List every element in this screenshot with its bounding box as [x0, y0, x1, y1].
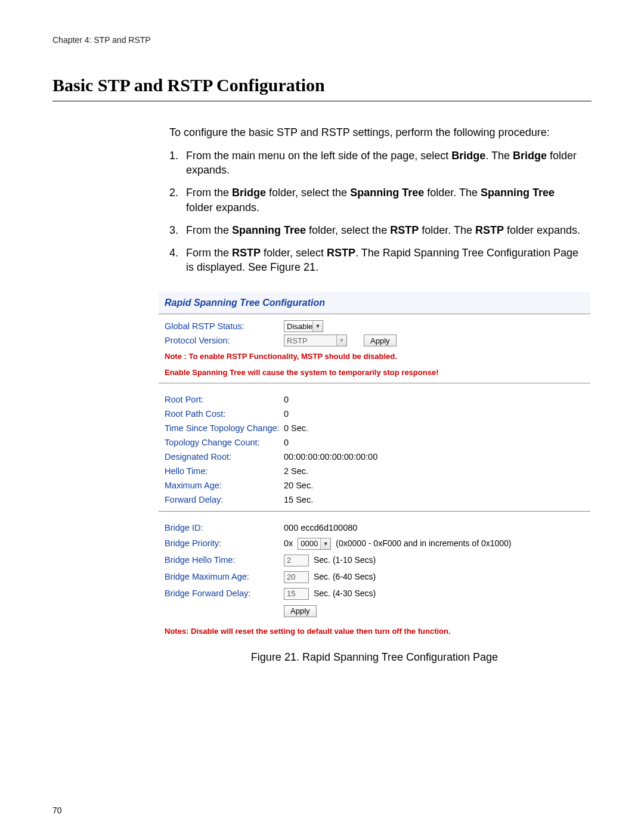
stat-label: Time Since Topology Change:: [165, 423, 284, 435]
chevron-down-icon: ▼: [312, 321, 323, 332]
stat-value: 20 Sec.: [284, 480, 584, 492]
bridge-maxage-label: Bridge Maximum Age:: [165, 571, 284, 583]
apply-button[interactable]: Apply: [284, 605, 317, 617]
intro-paragraph: To configure the basic STP and RSTP sett…: [169, 125, 581, 140]
bottom-note: Notes: Disable will reset the setting to…: [159, 624, 590, 639]
list-item: 2. From the Bridge folder, select the Sp…: [169, 185, 581, 215]
stat-label: Maximum Age:: [165, 480, 284, 492]
bridge-fwd-label: Bridge Forward Delay:: [165, 588, 284, 600]
list-number: 4.: [169, 246, 186, 275]
page-heading: Basic STP and RSTP Configuration: [52, 73, 592, 102]
stat-label: Hello Time:: [165, 466, 284, 478]
bridge-priority-select[interactable]: 0000 ▼: [298, 538, 331, 550]
list-body: From the Spanning Tree folder, select th…: [186, 223, 581, 237]
stat-value: 0: [284, 408, 584, 420]
bridge-hello-label: Bridge Hello Time:: [165, 555, 284, 566]
bridge-id-label: Bridge ID:: [165, 522, 284, 534]
figure-21: Rapid Spanning Tree Configuration Global…: [159, 292, 590, 664]
bridge-hello-input[interactable]: 2: [284, 555, 309, 566]
chevron-down-icon: ▼: [320, 538, 330, 549]
bridge-fwd-input[interactable]: 15: [284, 588, 309, 600]
priority-prefix: 0x: [284, 538, 293, 550]
stat-value: 0: [284, 394, 584, 406]
figure-caption: Figure 21. Rapid Spanning Tree Configura…: [159, 650, 590, 664]
list-body: From the Bridge folder, select the Spann…: [186, 185, 581, 215]
stat-value: 0 Sec.: [284, 423, 584, 435]
list-number: 1.: [169, 148, 186, 178]
stat-label: Root Port:: [165, 394, 284, 406]
global-rstp-status-select[interactable]: Disable ▼: [284, 320, 323, 332]
stat-value: 15 Sec.: [284, 494, 584, 506]
apply-button[interactable]: Apply: [364, 335, 397, 346]
protocol-version-select[interactable]: RSTP ▼: [284, 335, 347, 346]
fwd-hint: Sec. (4-30 Secs): [314, 588, 376, 599]
bridge-id-value: 000 eccd6d100080: [284, 522, 584, 534]
procedure-list: 1. From the main menu on the left side o…: [169, 148, 581, 275]
bridge-maxage-input[interactable]: 20: [284, 571, 309, 583]
hello-hint: Sec. (1-10 Secs): [314, 555, 376, 566]
priority-hint: (0x0000 - 0xF000 and in increments of 0x…: [336, 538, 511, 549]
list-item: 3. From the Spanning Tree folder, select…: [169, 223, 581, 237]
maxage-hint: Sec. (6-40 Secs): [314, 571, 376, 583]
panel-title: Rapid Spanning Tree Configuration: [159, 292, 590, 314]
list-body: Form the RSTP folder, select RSTP. The R…: [186, 246, 581, 275]
list-item: 4. Form the RSTP folder, select RSTP. Th…: [169, 246, 581, 275]
stat-label: Designated Root:: [165, 451, 284, 463]
stat-label: Topology Change Count:: [165, 437, 284, 449]
stat-value: 0: [284, 437, 584, 449]
bridge-section: Bridge ID: 000 eccd6d100080 Bridge Prior…: [159, 512, 590, 624]
note-text: Enable Spanning Tree will cause the syst…: [159, 365, 590, 383]
chevron-down-icon: ▼: [336, 335, 346, 346]
bridge-priority-label: Bridge Priority:: [165, 538, 284, 550]
protocol-version-label: Protocol Version:: [165, 335, 284, 347]
stats-section: Root Port:0 Root Path Cost:0 Time Since …: [159, 383, 590, 512]
stat-label: Forward Delay:: [165, 494, 284, 506]
list-number: 3.: [169, 223, 186, 237]
top-section: Global RSTP Status: Disable ▼ Protocol V…: [159, 314, 590, 349]
body-column: To configure the basic STP and RSTP sett…: [169, 125, 581, 274]
stat-value: 00:00:00:00:00:00:00:00: [284, 451, 584, 463]
list-number: 2.: [169, 185, 186, 215]
list-item: 1. From the main menu on the left side o…: [169, 148, 581, 178]
chapter-label: Chapter 4: STP and RSTP: [52, 35, 592, 46]
stat-label: Root Path Cost:: [165, 408, 284, 420]
stat-value: 2 Sec.: [284, 466, 584, 478]
note-text: Note : To enable RSTP Functionality, MST…: [159, 349, 590, 364]
page-number: 70: [52, 805, 62, 816]
list-body: From the main menu on the left side of t…: [186, 148, 581, 178]
global-rstp-status-label: Global RSTP Status:: [165, 321, 284, 333]
